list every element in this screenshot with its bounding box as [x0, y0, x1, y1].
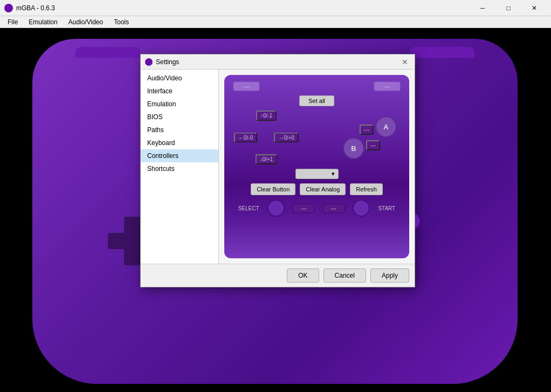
l-button[interactable]: --- [233, 81, 260, 91]
dialog-title: Settings [156, 58, 400, 66]
dpad-down-button[interactable]: ↓0/+1 [256, 154, 278, 164]
settings-nav: Audio/Video Interface Emulation BIOS Pat… [141, 70, 219, 264]
middle-area: ↑0/-1 ←0/-0 →0/+0 ↓0/+1 A B --- --- [234, 111, 400, 164]
dpad-up-button[interactable]: ↑0/-1 [256, 111, 277, 121]
select-label: SELECT [238, 205, 259, 211]
clear-analog-btn[interactable]: Clear Analog [300, 183, 346, 195]
select-mapping-btn[interactable]: --- [293, 204, 314, 213]
nav-bios[interactable]: BIOS [141, 111, 218, 123]
start-mapping-btn[interactable]: --- [323, 204, 345, 213]
dpad-left-button[interactable]: ←0/-0 [234, 133, 257, 143]
set-all-button[interactable]: Set all [299, 95, 334, 106]
dropdown-area: ▾ [229, 169, 405, 179]
select-start-area: SELECT --- --- START [229, 200, 405, 217]
app-icon [4, 4, 13, 12]
controller-dropdown[interactable]: ▾ [295, 169, 339, 179]
dialog-title-bar: Settings ✕ [141, 54, 415, 70]
menu-file[interactable]: File [2, 17, 23, 27]
dropdown-arrow-icon: ▾ [332, 170, 335, 177]
nav-interface[interactable]: Interface [141, 85, 218, 98]
ok-button[interactable]: OK [287, 269, 319, 283]
settings-dialog: Settings ✕ Audio/Video Interface Emulati… [140, 54, 415, 287]
menu-bar: File Emulation Audio/Video Tools [0, 16, 551, 28]
b-button-circle: B [343, 137, 364, 159]
cancel-button[interactable]: Cancel [323, 269, 366, 283]
start-label: START [378, 205, 395, 211]
app-title: mGBA - 0.6.3 [16, 4, 470, 12]
a-button-circle: A [375, 116, 397, 137]
start-item: START [378, 205, 395, 211]
gba-shoulder-left [75, 47, 140, 58]
select-item: SELECT [238, 205, 259, 211]
nav-shortcuts[interactable]: Shortcuts [141, 162, 218, 175]
dialog-body: Audio/Video Interface Emulation BIOS Pat… [141, 70, 415, 264]
start-circle [353, 200, 370, 217]
dpad-map: ↑0/-1 ←0/-0 →0/+0 ↓0/+1 [234, 111, 299, 164]
maximize-button[interactable]: □ [496, 0, 521, 16]
minimize-button[interactable]: ─ [470, 0, 495, 16]
nav-paths[interactable]: Paths [141, 123, 218, 136]
close-button[interactable]: ✕ [522, 0, 547, 16]
action-buttons: Clear Button Clear Analog Refresh [229, 183, 405, 195]
settings-content: --- --- Set all ↑0/-1 ←0/-0 →0/+0 ↓0/+1 [219, 70, 415, 264]
gba-shoulder-right [410, 47, 474, 58]
title-bar: mGBA - 0.6.3 ─ □ ✕ [0, 0, 551, 16]
apply-button[interactable]: Apply [370, 269, 409, 283]
nav-keyboard[interactable]: Keyboard [141, 136, 218, 149]
dialog-icon [145, 58, 153, 66]
menu-audio-video[interactable]: Audio/Video [63, 17, 109, 27]
set-all-area: Set all [229, 95, 405, 106]
nav-controllers[interactable]: Controllers [141, 149, 218, 162]
face-buttons: A B --- --- [340, 111, 400, 164]
b-mapping-button[interactable]: --- [366, 140, 380, 150]
menu-tools[interactable]: Tools [108, 17, 134, 27]
r-button[interactable]: --- [374, 81, 401, 91]
nav-emulation[interactable]: Emulation [141, 98, 218, 111]
dialog-footer: OK Cancel Apply [141, 264, 415, 287]
dialog-close-button[interactable]: ✕ [400, 57, 410, 67]
nav-audio-video[interactable]: Audio/Video [141, 72, 218, 85]
select-circle [267, 200, 285, 217]
a-mapping-button[interactable]: --- [360, 125, 374, 135]
window-controls: ─ □ ✕ [470, 0, 547, 16]
lr-buttons-row: --- --- [229, 79, 405, 93]
menu-emulation[interactable]: Emulation [23, 17, 63, 27]
controller-panel: --- --- Set all ↑0/-1 ←0/-0 →0/+0 ↓0/+1 [224, 75, 409, 258]
dpad-right-button[interactable]: →0/+0 [274, 133, 299, 143]
refresh-btn[interactable]: Refresh [350, 183, 383, 195]
clear-button-btn[interactable]: Clear Button [251, 183, 295, 195]
